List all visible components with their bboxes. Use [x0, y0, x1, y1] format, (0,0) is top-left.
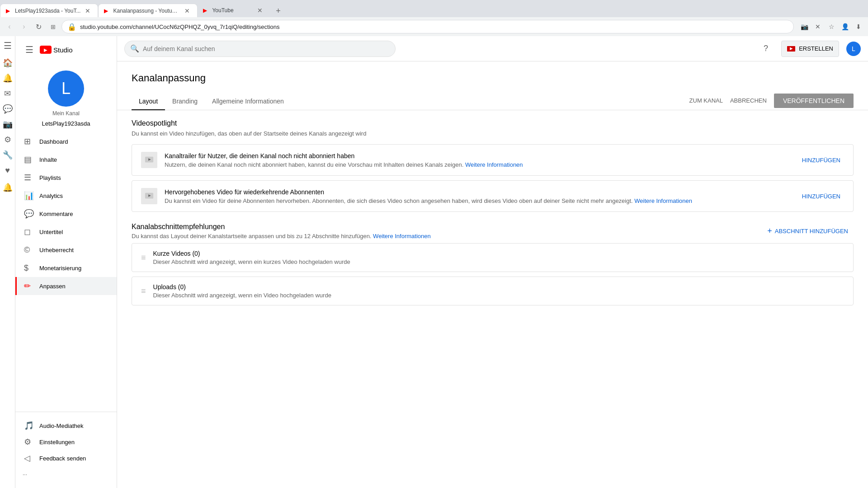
audio-icon: 🎵 — [24, 421, 34, 431]
uploads-drag-handle-icon[interactable]: ≡ — [141, 286, 146, 296]
plus-icon: + — [767, 226, 772, 236]
channel-avatar[interactable]: L — [48, 70, 84, 107]
tabs-bar: Layout Branding Allgemeine Informationen… — [117, 93, 868, 110]
sidebar-item-inhalte[interactable]: ▤ Inhalte — [15, 150, 117, 169]
recommendations-title: Kanalabschnittempfehlungen — [132, 223, 431, 231]
sidebar-item-audio[interactable]: 🎵 Audio-Mediathek — [15, 418, 117, 434]
profile-icon[interactable]: 👤 — [839, 21, 851, 33]
hervorgehobenes-icon — [141, 188, 157, 204]
einstellungen-icon: ⚙ — [24, 437, 34, 447]
app-container: ☰ 🏠 🔔 ✉ 💬 📷 ⚙ 🔧 ♥ 🔔 ☰ Studio L Mein Kana… — [0, 36, 868, 488]
kanaltrailer-add-button[interactable]: HINZUFÜGEN — [798, 153, 844, 167]
browser-chrome: ▶ LetsPlay1923asda - YouT... ✕ ▶ Kanalan… — [0, 0, 868, 36]
camera-icon[interactable]: 📷 — [798, 21, 810, 33]
search-input[interactable] — [143, 45, 390, 52]
tab-3-youtube[interactable]: ▶ YouTube ✕ — [198, 4, 270, 17]
home-button[interactable]: ⊞ — [47, 21, 59, 33]
urheberrecht-icon: © — [24, 245, 34, 255]
tab-1-close[interactable]: ✕ — [83, 6, 92, 15]
whatsapp-icon[interactable]: 💬 — [2, 103, 14, 115]
sidebar-item-analytics[interactable]: 📊 Analytics — [15, 187, 117, 205]
analytics-label: Analytics — [39, 192, 63, 199]
veroeffentlichen-button[interactable]: VERÖFFENTLICHEN — [774, 94, 854, 108]
feedback-icon: ◁ — [24, 453, 34, 463]
kurze-videos-title: Kurze Videos (0) — [153, 250, 844, 257]
bell-icon[interactable]: 🔔 — [2, 182, 14, 193]
extension-icon[interactable]: ✕ — [812, 21, 824, 33]
abbrechen-link[interactable]: ABBRECHEN — [730, 97, 767, 104]
refresh-button[interactable]: ↻ — [33, 21, 44, 33]
playlists-label: Playlists — [39, 174, 61, 181]
back-button[interactable]: ‹ — [4, 21, 15, 33]
hervorgehobenes-info: Hervorgehobenes Video für wiederkehrende… — [165, 188, 791, 204]
channel-info: L Mein Kanal LetsPlay1923asda — [15, 63, 117, 132]
account-avatar[interactable]: L — [846, 42, 861, 56]
download-icon[interactable]: ⬇ — [853, 21, 864, 33]
videospotlight-desc: Du kannst ein Video hinzufügen, das oben… — [132, 130, 854, 137]
tab-bar: ▶ LetsPlay1923asda - YouT... ✕ ▶ Kanalan… — [0, 0, 868, 17]
tab-1-favicon: ▶ — [6, 8, 12, 14]
sidebar-item-playlists[interactable]: ☰ Playlists — [15, 169, 117, 187]
kanaltrailer-more-info[interactable]: Weitere Informationen — [465, 161, 523, 168]
untertitel-label: Untertitel — [39, 229, 63, 235]
instagram-icon[interactable]: 📷 — [2, 118, 14, 130]
notification-icon[interactable]: 🔔 — [2, 72, 14, 84]
message-icon[interactable]: ✉ — [2, 88, 14, 99]
sidebar-header[interactable]: ☰ Studio — [15, 36, 117, 63]
uploads-info: Uploads (0) Dieser Abschnitt wird angeze… — [153, 283, 844, 299]
sidebar-item-einstellungen[interactable]: ⚙ Einstellungen — [15, 434, 117, 450]
hervorgehobenes-add-button[interactable]: HINZUFÜGEN — [798, 189, 844, 203]
inhalte-icon: ▤ — [24, 155, 34, 164]
main-content: 🔍 ? ▶ ERSTELLEN L Kanalanpassung — [117, 36, 868, 488]
help-button[interactable]: ? — [758, 41, 774, 57]
sidebar-toggle-icon[interactable]: ☰ — [2, 40, 14, 52]
sidebar-item-feedback[interactable]: ◁ Feedback senden — [15, 450, 117, 466]
studio-label: Studio — [53, 46, 73, 54]
tools-icon[interactable]: 🔧 — [2, 149, 14, 161]
search-box: 🔍 — [124, 41, 396, 57]
sidebar-item-kommentare[interactable]: 💬 Kommentare — [15, 205, 117, 223]
kurze-videos-row: ≡ Kurze Videos (0) Dieser Abschnitt wird… — [132, 243, 854, 272]
kurze-videos-info: Kurze Videos (0) Dieser Abschnitt wird a… — [153, 250, 844, 265]
tab-layout[interactable]: Layout — [132, 93, 165, 110]
forward-button[interactable]: › — [18, 21, 30, 33]
page-title: Kanalanpassung — [132, 72, 854, 84]
uploads-row: ≡ Uploads (0) Dieser Abschnitt wird ange… — [132, 277, 854, 305]
tab-2-close[interactable]: ✕ — [183, 6, 192, 15]
new-tab-button[interactable]: + — [272, 5, 284, 17]
sidebar-item-monetarisierung[interactable]: $ Monetarisierung — [15, 259, 117, 277]
hervorgehobenes-more-info[interactable]: Weitere Informationen — [634, 197, 692, 204]
hamburger-icon[interactable]: ☰ — [23, 42, 36, 58]
monetarisierung-icon: $ — [24, 263, 34, 273]
tab-allgemeine[interactable]: Allgemeine Informationen — [205, 93, 291, 110]
add-section-button[interactable]: + ABSCHNITT HINZUFÜGEN — [762, 223, 854, 239]
drag-handle-icon[interactable]: ≡ — [141, 253, 146, 263]
untertitel-icon: ◻ — [24, 227, 34, 237]
sidebar-item-untertitel[interactable]: ◻ Untertitel — [15, 223, 117, 241]
tab-branding[interactable]: Branding — [165, 93, 205, 110]
kommentare-icon: 💬 — [24, 209, 34, 219]
tab-1-letsplay[interactable]: ▶ LetsPlay1923asda - YouT... ✕ — [0, 4, 98, 17]
urheberrecht-label: Urheberrecht — [39, 247, 74, 253]
home-nav-icon[interactable]: 🏠 — [2, 57, 14, 69]
kanalabschnitte-more-info[interactable]: Weitere Informationen — [373, 233, 431, 239]
yt-logo: Studio — [40, 46, 73, 54]
sidebar-item-urheberrecht[interactable]: © Urheberrecht — [15, 241, 117, 259]
tab-1-title: LetsPlay1923asda - YouT... — [15, 8, 80, 14]
more-options[interactable]: ··· — [15, 466, 117, 483]
settings-icon[interactable]: ⚙ — [2, 134, 14, 145]
kanaltrailer-card: Kanaltrailer für Nutzer, die deinen Kana… — [132, 144, 854, 176]
create-button[interactable]: ▶ ERSTELLEN — [781, 41, 839, 57]
address-bar[interactable]: 🔒 studio.youtube.com/channel/UCocN6zQPHQ… — [61, 20, 794, 33]
bookmark-icon[interactable]: ☆ — [826, 21, 837, 33]
sidebar-item-anpassen[interactable]: ✏ Anpassen — [15, 277, 117, 295]
add-section-label: ABSCHNITT HINZUFÜGEN — [775, 228, 848, 235]
heart-icon[interactable]: ♥ — [2, 164, 14, 176]
tab-3-close[interactable]: ✕ — [255, 6, 264, 15]
kanaltrailer-title: Kanaltrailer für Nutzer, die deinen Kana… — [165, 152, 791, 160]
recommendations-header: Kanalabschnittempfehlungen Du kannst das… — [132, 223, 854, 239]
tab-2-kanalanpassung[interactable]: ▶ Kanalanpassung - YoutubeS... ✕ — [98, 4, 198, 17]
sidebar-item-dashboard[interactable]: ⊞ Dashboard — [15, 132, 117, 150]
zum-kanal-link[interactable]: ZUM KANAL — [689, 97, 723, 104]
sidebar-bottom: 🎵 Audio-Mediathek ⚙ Einstellungen ◁ Feed… — [15, 412, 117, 488]
